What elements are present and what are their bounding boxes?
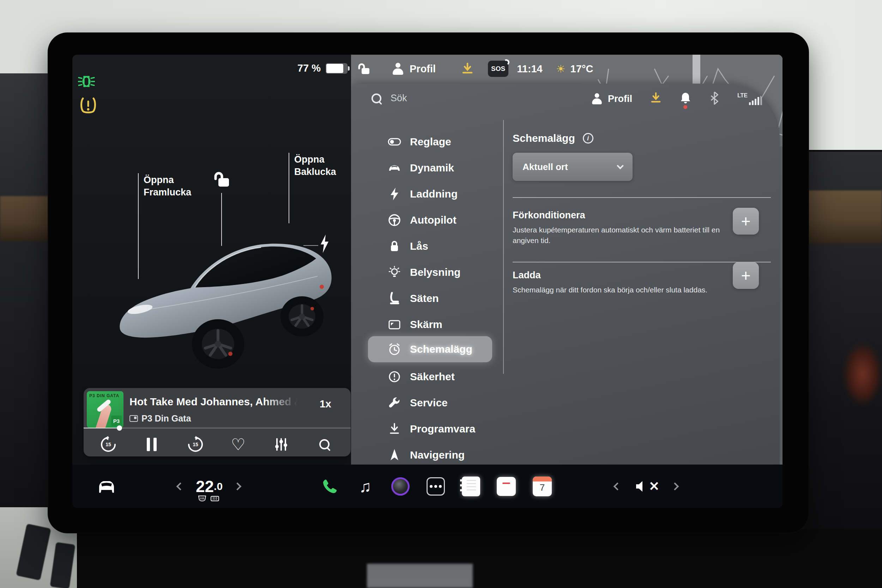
menu-item-sakerhet[interactable]: Säkerhet <box>368 364 492 390</box>
speaker-icon <box>635 480 647 492</box>
menu-scrollbar[interactable] <box>503 120 504 374</box>
calendar-app-button[interactable]: 7 <box>532 465 552 508</box>
wrench-icon <box>387 396 402 410</box>
location-dropdown[interactable]: Aktuell ort <box>513 153 633 181</box>
bluetooth-button[interactable] <box>710 92 719 106</box>
album-art[interactable]: P3 DIN GATA P3 <box>87 391 123 428</box>
notifications-button[interactable] <box>680 92 692 106</box>
phone-app-button[interactable] <box>320 465 340 508</box>
chargeport-leader-line <box>303 245 318 246</box>
media-player-card[interactable]: P3 DIN GATA P3 Hot Take Med Johannes, Ah… <box>84 388 351 456</box>
charge-description: Schemalägg när ditt fordon ska börja och… <box>513 285 733 295</box>
temp-up-button[interactable] <box>230 465 244 508</box>
battery-percent: 77 % <box>297 62 321 74</box>
car-front-icon <box>97 478 116 494</box>
menu-item-reglage[interactable]: Reglage <box>368 129 492 155</box>
skip-back-15-button[interactable]: 15 <box>98 435 118 454</box>
charge-port-icon[interactable] <box>320 235 329 254</box>
precondition-title: Förkonditionera <box>513 210 585 221</box>
menu-item-dynamik[interactable]: Dynamik <box>368 155 492 181</box>
open-trunk-label[interactable]: Öppna Baklucka <box>294 153 356 178</box>
ellipsis-icon <box>426 477 445 496</box>
white-app-button[interactable] <box>496 465 516 508</box>
sos-button[interactable]: SOS <box>488 61 508 77</box>
camera-lens-app-button[interactable] <box>390 465 410 508</box>
lens-icon <box>391 477 410 496</box>
vehicle-controls-button[interactable] <box>94 465 119 508</box>
menu-item-las[interactable]: Lås <box>368 233 492 259</box>
p3-logo: P3 <box>111 416 122 426</box>
media-search-button[interactable] <box>315 435 334 454</box>
steering-wheel-icon <box>387 213 402 227</box>
menu-item-skarm[interactable]: Skärm <box>368 312 492 338</box>
menu-item-saten[interactable]: Säten <box>368 285 492 312</box>
update-download-icon[interactable] <box>462 63 473 75</box>
defrost-indicators <box>198 496 219 502</box>
audio-settings-button[interactable] <box>271 435 291 454</box>
settings-search-row: Sök Profil <box>351 84 780 116</box>
temp-down-button[interactable] <box>173 465 188 508</box>
menu-item-service[interactable]: Service <box>368 390 492 416</box>
alarm-clock-icon <box>387 342 402 356</box>
quick-icons-row: Profil <box>591 92 762 106</box>
parking-lights-icon <box>78 75 95 89</box>
taillight-reflection <box>843 342 882 406</box>
touchscreen: 77 % Öppna Fra <box>72 55 783 508</box>
open-frunk-label[interactable]: Öppna Framlucka <box>144 174 206 198</box>
seat-icon <box>387 291 402 306</box>
settings-search-input[interactable]: Sök <box>390 93 407 104</box>
page-title-row: Schemalägg i <box>513 132 593 144</box>
add-charge-schedule-button[interactable]: + <box>733 262 759 289</box>
vehicle-status-panel: 77 % Öppna Fra <box>72 55 351 465</box>
pause-button[interactable] <box>142 435 162 454</box>
music-app-button[interactable]: ♫ <box>355 465 375 508</box>
add-precondition-button[interactable]: + <box>733 208 759 235</box>
playback-speed[interactable]: 1x <box>320 398 331 410</box>
lock-status-icon[interactable] <box>357 62 372 76</box>
volume-up-button[interactable] <box>668 465 682 508</box>
software-download-icon[interactable] <box>651 92 661 105</box>
favorite-button[interactable]: ♡ <box>228 435 248 454</box>
defrost-rear-icon <box>210 496 219 502</box>
search-icon <box>319 439 330 450</box>
media-source: P3 Din Gata <box>141 413 191 424</box>
media-title-fade <box>264 396 306 409</box>
progress-track[interactable] <box>84 428 351 429</box>
cellular-signal[interactable]: LTE <box>737 92 762 105</box>
album-art-title: P3 DIN GATA <box>89 393 119 398</box>
sun-icon: ☀ <box>556 63 566 75</box>
settings-sheet: Sök Profil <box>351 84 780 465</box>
info-icon[interactable]: i <box>583 133 593 144</box>
menu-item-autopilot[interactable]: Autopilot <box>368 207 492 233</box>
menu-item-schemalagg[interactable]: Schemalägg <box>368 336 492 362</box>
notes-app-button[interactable] <box>461 465 481 508</box>
bell-icon <box>680 92 692 104</box>
media-source-row: P3 Din Gata <box>129 413 191 424</box>
dashboard-wood-right <box>806 190 882 243</box>
unlock-icon <box>213 171 231 189</box>
navigation-arrow-icon <box>387 448 402 462</box>
profile-quick-button[interactable]: Profil <box>591 93 632 105</box>
menu-item-programvara[interactable]: Programvara <box>368 416 492 442</box>
lightbulb-icon <box>387 265 402 279</box>
page-title: Schemalägg <box>513 132 575 144</box>
profile-button[interactable]: Profil <box>392 63 436 75</box>
car-render[interactable] <box>100 203 340 400</box>
menu-item-navigering[interactable]: Navigering <box>368 442 492 465</box>
skip-back-seconds: 15 <box>100 442 117 447</box>
display-icon <box>387 318 402 332</box>
chevron-down-icon <box>617 162 624 169</box>
progress-handle[interactable] <box>117 425 122 430</box>
skip-forward-15-button[interactable]: 15 <box>186 435 206 454</box>
app-drawer-button[interactable] <box>426 465 446 508</box>
progress-played <box>84 428 119 429</box>
signal-bars-icon <box>749 95 762 105</box>
menu-item-belysning[interactable]: Belysning <box>368 259 492 285</box>
volume-mute-button[interactable]: ✕ <box>632 465 663 508</box>
white-app-icon <box>497 477 516 496</box>
volume-down-button[interactable] <box>610 465 624 508</box>
menu-item-laddning[interactable]: Laddning <box>368 181 492 207</box>
alert-circle-icon <box>387 370 402 384</box>
console-patch <box>367 564 473 588</box>
tpms-warning-icon <box>80 96 97 116</box>
